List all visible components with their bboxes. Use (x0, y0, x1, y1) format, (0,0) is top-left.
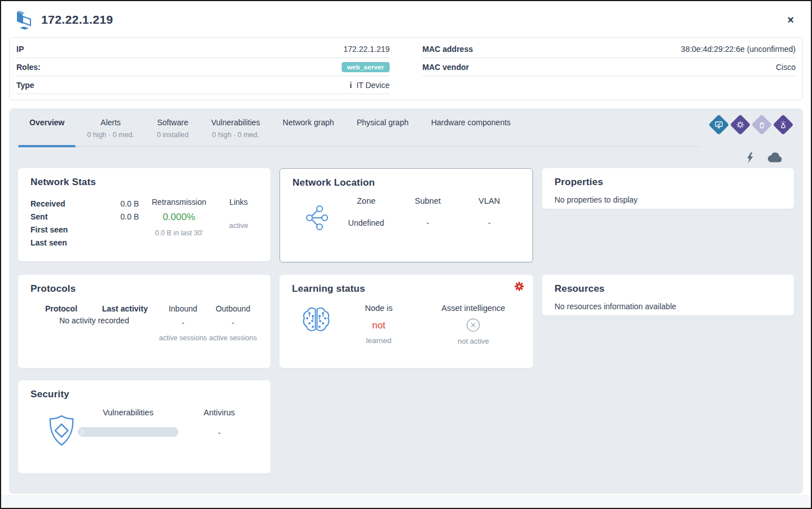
protocols-empty-text: No activity recorded (30, 316, 158, 327)
vlan-column: VLAN - (459, 196, 520, 227)
mac-vendor-label: MAC vendor (422, 63, 469, 72)
inbound-value: - (158, 318, 208, 327)
retransmission-label: Retransmission (139, 198, 219, 207)
tab-bar: Overview Alerts 0 high · 0 med. Software… (18, 108, 700, 147)
device-info-panel: IP 172.22.1.219 Roles: web_server Type i… (9, 37, 803, 100)
role-badge: web_server (342, 62, 390, 72)
tab-alerts-count: 0 high · 0 med. (87, 131, 134, 139)
outbound-value: - (208, 318, 258, 327)
tab-vulnerabilities[interactable]: Vulnerabilities 0 high · 0 med. (200, 108, 272, 146)
tab-alerts[interactable]: Alerts 0 high · 0 med. (76, 108, 145, 146)
close-icon[interactable]: × (784, 14, 797, 25)
shield-icon (47, 415, 76, 446)
tab-physical-graph[interactable]: Physical graph (346, 108, 420, 146)
network-location-card: Network Location Zone Undefined (280, 168, 533, 262)
chip-diamond-icon[interactable] (730, 115, 751, 135)
resources-empty-text: No resources information available (555, 302, 782, 311)
tabs-row: Overview Alerts 0 high · 0 med. Software… (18, 108, 794, 147)
tab-overview[interactable]: Overview (18, 108, 76, 146)
network-stats-title: Network Stats (30, 177, 258, 188)
subnet-label: Subnet (397, 196, 459, 205)
info-row-ip: IP 172.22.1.219 (16, 40, 390, 58)
links-block: Links active (219, 198, 258, 249)
antivirus-value: - (181, 428, 258, 437)
zone-value: Undefined (335, 218, 397, 227)
network-location-title: Network Location (293, 177, 520, 188)
tab-software-count: 0 installed (157, 131, 189, 139)
tab-software[interactable]: Software 0 installed (146, 108, 200, 146)
main-panel: Overview Alerts 0 high · 0 med. Software… (9, 108, 803, 494)
info-icon: i (350, 81, 352, 90)
tab-network-graph[interactable]: Network graph (272, 108, 346, 146)
footer-strip (1, 495, 811, 509)
mac-label: MAC address (422, 45, 473, 54)
beacon-diamond-icon[interactable] (773, 115, 794, 135)
info-row-type: Type i IT Device (16, 76, 390, 94)
cloud-icon[interactable] (767, 152, 783, 163)
workstation-icon (12, 9, 34, 30)
asset-intelligence-status: not active (426, 337, 521, 345)
monitor-check-diamond-icon[interactable] (709, 115, 730, 135)
inbound-column-header: Inbound (158, 304, 208, 313)
vulnerabilities-bar: 0 (78, 427, 178, 437)
roles-label: Roles: (16, 63, 41, 72)
links-value: active (219, 221, 258, 230)
vlan-value: - (459, 218, 520, 227)
antivirus-label: Antivirus (181, 408, 258, 417)
node-learning-block: Node is not learned (331, 304, 426, 345)
vlan-label: VLAN (459, 196, 520, 205)
page-title: 172.22.1.219 (41, 13, 113, 27)
resources-title: Resources (555, 283, 782, 295)
asset-intelligence-label: Asset intelligence (426, 304, 521, 313)
properties-title: Properties (555, 177, 782, 188)
stat-received: Received 0.0 B (30, 198, 139, 210)
device-detail-window: 172.22.1.219 × IP 172.22.1.219 Roles: we… (0, 0, 812, 509)
learning-status-card: Learning status (280, 275, 533, 368)
vulnerabilities-count: 0 (78, 429, 84, 436)
asset-intelligence-block: Asset intelligence not active (426, 304, 521, 345)
cards-grid: Network Stats Received 0.0 B Sent 0.0 B … (18, 168, 794, 473)
network-hub-icon (303, 204, 333, 231)
retransmission-value: 0.000% (139, 212, 219, 223)
properties-empty-text: No properties to display (555, 195, 782, 204)
stat-sent: Sent 0.0 B (30, 210, 139, 223)
device-diamond-icon[interactable] (752, 115, 772, 135)
vulnerabilities-label: Vulnerabilities (76, 408, 181, 417)
lightning-icon[interactable] (746, 152, 754, 163)
gear-icon[interactable] (514, 281, 525, 292)
mac-vendor-value: Cisco (776, 63, 796, 72)
type-label: Type (16, 81, 34, 90)
vulnerabilities-block: Vulnerabilities 0 (76, 408, 181, 437)
circle-x-icon (466, 318, 481, 332)
asset-type-icons (700, 108, 794, 135)
protocols-card: Protocols Protocol Last activity Inbound… (18, 275, 270, 368)
stat-first-seen: First seen (30, 223, 139, 236)
subnet-column: Subnet - (397, 196, 459, 227)
inbound-sub: active sessions (158, 334, 208, 342)
node-is-label: Node is (331, 304, 426, 313)
outbound-sub: active sessions (208, 334, 258, 342)
protocols-title: Protocols (30, 283, 258, 295)
ip-label: IP (16, 45, 24, 54)
info-row-mac: MAC address 38:0e:4d:29:22:6e (unconfirm… (422, 40, 796, 58)
retransmission-block: Retransmission 0.000% 0.0 B in last 30' (139, 198, 219, 249)
security-card: Security Vulnerabilities 0 Antivirus (18, 380, 270, 473)
type-value: IT Device (356, 81, 390, 90)
tab-vulnerabilities-count: 0 high · 0 med. (211, 131, 260, 139)
zone-column: Zone Undefined (335, 196, 397, 227)
resources-card: Resources No resources information avail… (542, 275, 794, 315)
stat-last-seen: Last seen (30, 236, 139, 249)
node-learning-sub: learned (331, 336, 426, 345)
tab-hardware-components[interactable]: Hardware components (420, 108, 522, 146)
properties-card: Properties No properties to display (542, 168, 794, 209)
protocol-column-header: Protocol (30, 304, 92, 313)
quick-actions (18, 147, 794, 164)
info-row-vendor: MAC vendor Cisco (422, 58, 796, 76)
info-left-column: IP 172.22.1.219 Roles: web_server Type i… (16, 40, 390, 94)
network-stats-card: Network Stats Received 0.0 B Sent 0.0 B … (18, 168, 270, 261)
learning-status-title: Learning status (292, 283, 521, 295)
retransmission-sub: 0.0 B in last 30' (139, 229, 219, 237)
antivirus-block: Antivirus - (181, 408, 258, 437)
links-label: Links (219, 198, 258, 207)
info-row-roles: Roles: web_server (16, 58, 390, 76)
